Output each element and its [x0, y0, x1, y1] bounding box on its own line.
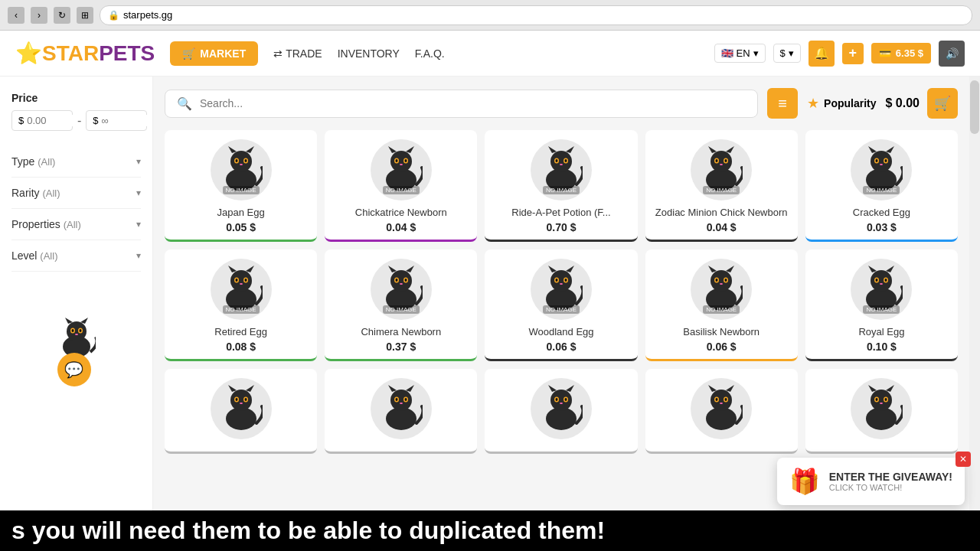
price-max-input-wrapper[interactable]: $ [86, 110, 147, 131]
inventory-nav-link[interactable]: INVENTORY [338, 47, 400, 60]
item-card[interactable] [325, 369, 477, 454]
level-filter-row[interactable]: Level (All) ▾ [11, 240, 141, 272]
price-max-input[interactable] [102, 115, 148, 126]
market-label: MARKET [200, 47, 246, 60]
svg-point-134 [720, 403, 723, 404]
item-image: NO IMAGE [211, 259, 272, 320]
chat-button[interactable]: 💬 [57, 353, 91, 386]
item-card[interactable]: NO IMAGEJapan Egg0.05 $ [165, 130, 317, 242]
scrollbar-thumb[interactable] [970, 80, 979, 134]
item-thumbnail: NO IMAGE [691, 139, 752, 201]
market-nav-button[interactable]: 🛒 MARKET [170, 41, 258, 66]
language-selector[interactable]: 🇬🇧 EN ▾ [714, 44, 766, 63]
sidebar: Price $ - $ Type (All) ▾ Rarity (All) ▾ [0, 77, 153, 513]
item-thumbnail [531, 378, 592, 439]
rarity-filter-label: Rarity (All) [11, 187, 60, 199]
price-min-input-wrapper[interactable]: $ [11, 110, 73, 131]
item-image: NO IMAGE [371, 259, 432, 320]
volume-button[interactable]: 🔊 [939, 41, 965, 67]
price-filter-section: Price $ - $ [11, 92, 141, 131]
flag-icon: 🇬🇧 [721, 47, 733, 59]
item-card[interactable]: NO IMAGEBasilisk Newborn0.06 $ [645, 249, 798, 361]
wallet-icon: 💳 [879, 47, 891, 59]
faq-nav-link[interactable]: F.A.Q. [415, 47, 445, 60]
scrollbar-track[interactable] [969, 77, 980, 513]
logo-text-star: STAR [42, 41, 99, 65]
item-thumbnail [211, 378, 272, 439]
svg-point-109 [390, 390, 412, 411]
back-button[interactable]: ‹ [8, 7, 24, 24]
properties-filter-row[interactable]: Properties (All) ▾ [11, 209, 141, 240]
svg-marker-11 [228, 146, 237, 153]
notification-button[interactable]: 🔔 [808, 41, 835, 67]
reload-button[interactable]: ↻ [54, 7, 70, 24]
lang-chevron-icon: ▾ [753, 47, 759, 59]
item-card[interactable] [645, 369, 798, 454]
svg-point-132 [716, 398, 718, 401]
dollar-sign-min: $ [18, 115, 24, 126]
sort-button[interactable]: ≡ [767, 88, 798, 119]
svg-point-53 [880, 164, 883, 165]
item-image [851, 378, 912, 439]
forward-button[interactable]: › [31, 7, 47, 24]
faq-label: F.A.Q. [415, 47, 445, 60]
properties-chevron-icon: ▾ [136, 219, 141, 230]
price-min-input[interactable] [27, 115, 73, 126]
star-icon: ★ [807, 95, 819, 112]
item-card[interactable]: NO IMAGERide-A-Pet Potion (F...0.70 $ [485, 130, 637, 242]
item-thumbnail: NO IMAGE [371, 139, 432, 201]
item-thumbnail: NO IMAGE [851, 259, 912, 320]
item-card[interactable]: NO IMAGECracked Egg0.03 $ [805, 130, 958, 242]
svg-point-33 [555, 159, 557, 162]
search-input[interactable] [200, 97, 746, 109]
url-bar[interactable]: 🔒 starpets.gg [100, 5, 972, 25]
giveaway-close-button[interactable]: ✕ [956, 452, 971, 467]
cart-button[interactable]: 🛒 [927, 88, 958, 119]
svg-point-26 [400, 164, 403, 165]
item-card[interactable]: NO IMAGEChickatrice Newborn0.04 $ [325, 130, 477, 242]
item-price: 0.70 $ [492, 221, 629, 233]
grid-button[interactable]: ⊞ [77, 7, 93, 24]
svg-marker-75 [566, 266, 574, 272]
header: ⭐STARPETS 🛒 MARKET ⇄ TRADE INVENTORY F.A… [0, 31, 980, 77]
item-card[interactable]: NO IMAGERetired Egg0.08 $ [165, 249, 317, 361]
cart-icon: 🛒 [934, 95, 951, 112]
item-card[interactable] [805, 369, 958, 454]
wallet-button[interactable]: 💳 6.35 $ [871, 43, 931, 64]
item-price: 0.06 $ [492, 341, 629, 353]
popularity-selector[interactable]: ★ Popularity [807, 95, 876, 112]
item-thumbnail: NO IMAGE [211, 259, 272, 320]
trade-icon: ⇄ [273, 47, 283, 60]
no-image-label: NO IMAGE [863, 305, 900, 314]
svg-point-6 [71, 329, 74, 332]
rarity-filter-row[interactable]: Rarity (All) ▾ [11, 178, 141, 209]
item-card[interactable]: NO IMAGEWoodland Egg0.06 $ [485, 249, 637, 361]
svg-point-52 [885, 159, 887, 162]
logo: ⭐STARPETS [15, 41, 155, 66]
svg-marker-102 [246, 385, 254, 392]
item-name: Chickatrice Newborn [332, 207, 469, 218]
svg-point-115 [404, 398, 407, 401]
svg-point-124 [564, 398, 567, 401]
dollar-sign-max: $ [93, 115, 98, 126]
cart-total-price: $ 0.00 [886, 96, 920, 110]
svg-point-125 [560, 403, 563, 404]
trade-nav-link[interactable]: ⇄ TRADE [273, 47, 322, 60]
item-card[interactable]: NO IMAGERoyal Egg0.10 $ [805, 249, 958, 361]
no-image-label: NO IMAGE [543, 186, 580, 194]
item-card[interactable]: NO IMAGEChimera Newborn0.37 $ [325, 249, 477, 361]
no-image-label: NO IMAGE [703, 186, 740, 194]
svg-point-24 [395, 159, 397, 162]
item-card[interactable]: NO IMAGEZodiac Minion Chick Newborn0.04 … [645, 130, 798, 242]
add-button[interactable]: + [842, 43, 864, 64]
svg-marker-137 [868, 385, 877, 392]
svg-point-17 [240, 164, 243, 165]
item-price: 0.04 $ [653, 221, 790, 233]
item-card[interactable] [165, 369, 317, 454]
inventory-label: INVENTORY [338, 47, 400, 60]
item-thumbnail: NO IMAGE [371, 259, 432, 320]
type-filter-row[interactable]: Type (All) ▾ [11, 146, 141, 178]
svg-point-61 [244, 279, 247, 282]
currency-selector[interactable]: $ ▾ [773, 44, 801, 63]
item-card[interactable] [485, 369, 637, 454]
